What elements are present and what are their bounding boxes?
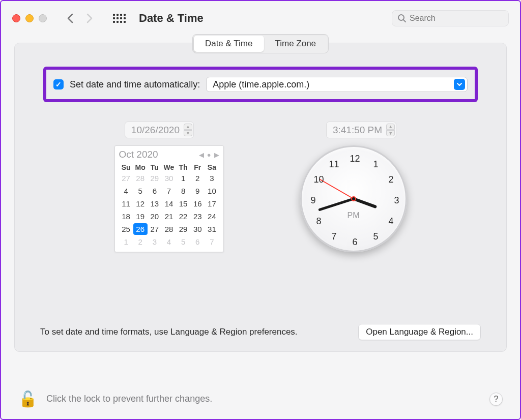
calendar-day: 14	[162, 198, 176, 209]
date-field-value: 10/26/2020	[131, 125, 180, 136]
calendar-day: 15	[176, 198, 190, 209]
search-input[interactable]	[410, 14, 503, 23]
calendar-next-icon: ▶	[214, 151, 219, 159]
back-button[interactable]	[63, 11, 77, 25]
calendar-day: 13	[148, 198, 162, 209]
calendar-dow: We	[162, 163, 176, 171]
tab-date-time[interactable]: Date & Time	[194, 36, 264, 52]
calendar-day: 21	[162, 211, 176, 222]
chevron-down-icon: ▼	[184, 130, 192, 136]
calendar-today-icon: ●	[207, 151, 211, 159]
clock-number: 8	[316, 216, 321, 227]
calendar-day: 9	[190, 185, 205, 197]
show-all-prefs-button[interactable]	[113, 14, 126, 23]
auto-time-row-highlight: ✓ Set date and time automatically: Apple…	[43, 67, 478, 102]
svg-line-1	[403, 20, 406, 22]
clock-minute-hand	[318, 198, 354, 212]
lock-hint-label: Click the lock to prevent further change…	[46, 394, 212, 404]
calendar-day: 29	[176, 223, 190, 235]
chevron-down-icon: ▼	[386, 130, 395, 136]
stepper-row: 10/26/2020 ▲ ▼ 3:41:50 PM ▲ ▼	[15, 122, 506, 138]
analog-clock: PM 121234567891011	[300, 145, 407, 252]
zoom-window-button	[39, 14, 47, 22]
calendar-day: 25	[119, 223, 133, 235]
close-window-button[interactable]	[12, 14, 20, 22]
calendar-prev-icon: ◀	[199, 151, 204, 159]
time-stepper: 3:41:50 PM ▲ ▼	[326, 122, 396, 138]
tab-bar: Date & Time Time Zone	[192, 34, 329, 53]
forward-button	[82, 11, 97, 25]
chevron-up-icon: ▲	[184, 124, 192, 130]
calendar-day: 3	[205, 172, 219, 184]
unlock-icon[interactable]: 🔓	[18, 390, 37, 408]
calendar-day: 23	[190, 211, 205, 222]
calendar-day: 27	[119, 172, 133, 184]
calendar-day: 10	[205, 185, 219, 197]
auto-time-label: Set date and time automatically:	[70, 79, 200, 90]
calendar-day: 18	[119, 211, 133, 222]
calendar-day: 29	[148, 172, 162, 184]
time-server-value: Apple (time.apple.com.)	[213, 79, 309, 90]
calendar-month-label: Oct 2020	[119, 149, 158, 160]
calendar-day: 16	[190, 198, 205, 209]
calendar-day: 24	[205, 211, 219, 222]
calendar-day: 1	[119, 236, 133, 248]
clock-number: 11	[329, 159, 339, 169]
clock-number: 12	[350, 154, 360, 164]
lock-row: 🔓 Click the lock to prevent further chan…	[18, 390, 503, 408]
calendar-grid: SuMoTuWeThFrSa27282930123456789101112131…	[119, 163, 219, 248]
search-icon	[397, 14, 407, 23]
chevron-up-icon: ▲	[386, 124, 395, 130]
calendar-day: 20	[148, 211, 162, 222]
calendar-day: 6	[148, 185, 162, 197]
clock-number: 7	[331, 231, 336, 242]
auto-time-checkbox[interactable]: ✓	[53, 79, 64, 89]
calendar-day: 27	[148, 223, 162, 235]
calendar-day: 5	[133, 185, 148, 197]
calendar-day: 5	[176, 236, 190, 248]
calendar-dow: Mo	[133, 163, 148, 171]
time-field-value: 3:41:50 PM	[333, 125, 382, 136]
clock-number: 3	[394, 195, 399, 206]
calendar-dow: Su	[119, 163, 133, 171]
calendar-day: 19	[133, 211, 148, 222]
calendar-day: 30	[162, 172, 176, 184]
calendar-day: 30	[190, 223, 205, 235]
calendar-day: 3	[148, 236, 162, 248]
clock-hour-hand	[353, 197, 377, 208]
window-toolbar: Date & Time	[1, 1, 520, 34]
format-hint-label: To set date and time formats, use Langua…	[40, 327, 298, 337]
calendar-day: 7	[205, 236, 219, 248]
open-language-region-button[interactable]: Open Language & Region...	[358, 324, 481, 340]
time-stepper-arrows: ▲ ▼	[386, 124, 395, 136]
calendar-day: 8	[176, 185, 190, 197]
search-field[interactable]	[392, 10, 509, 26]
calendar-day: 2	[190, 172, 205, 184]
calendar-day: 31	[205, 223, 219, 235]
calendar-day: 2	[133, 236, 148, 248]
clock-number: 9	[310, 195, 315, 206]
calendar: Oct 2020 ◀ ● ▶ SuMoTuWeThFrSa27282930123…	[114, 145, 224, 252]
calendar-nav: ◀ ● ▶	[199, 151, 219, 159]
date-stepper: 10/26/2020 ▲ ▼	[125, 122, 194, 138]
minimize-window-button[interactable]	[25, 14, 34, 22]
calendar-day: 4	[119, 185, 133, 197]
calendar-dow: Sa	[205, 163, 219, 171]
help-button[interactable]: ?	[489, 393, 503, 406]
time-server-combo[interactable]: Apple (time.apple.com.)	[206, 77, 468, 92]
window-title: Date & Time	[139, 12, 204, 25]
clock-ampm-label: PM	[348, 211, 360, 220]
calendar-day: 7	[162, 185, 176, 197]
calendar-day: 11	[119, 198, 133, 209]
calendar-day: 6	[190, 236, 205, 248]
panel-footer: To set date and time formats, use Langua…	[15, 324, 506, 340]
content-row: Oct 2020 ◀ ● ▶ SuMoTuWeThFrSa27282930123…	[15, 145, 506, 252]
calendar-day: 4	[162, 236, 176, 248]
preferences-panel: Date & Time Time Zone ✓ Set date and tim…	[14, 43, 507, 352]
calendar-day: 12	[133, 198, 148, 209]
calendar-day: 28	[133, 172, 148, 184]
calendar-dow: Th	[176, 163, 190, 171]
chevron-down-icon	[454, 79, 465, 90]
calendar-day: 22	[176, 211, 190, 222]
tab-time-zone[interactable]: Time Zone	[264, 36, 327, 52]
